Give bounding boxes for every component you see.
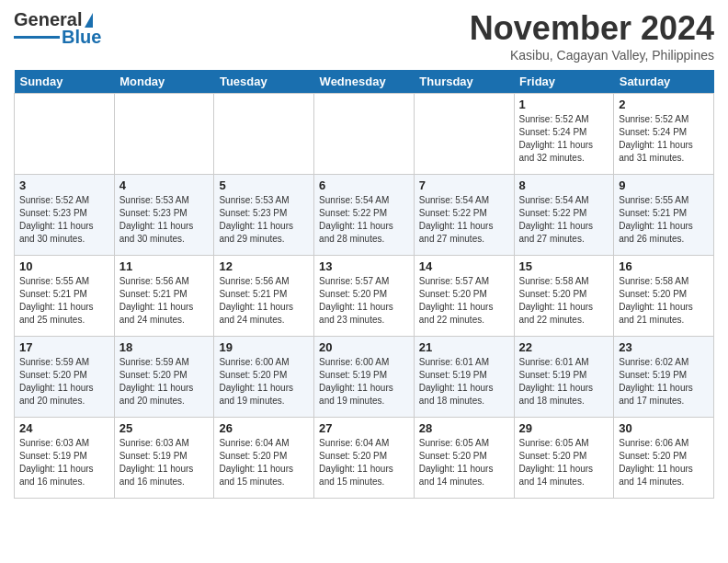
day-cell: 5Sunrise: 5:53 AM Sunset: 5:23 PM Daylig…: [214, 175, 314, 256]
weekday-header-monday: Monday: [114, 70, 214, 94]
logo-underline: [14, 36, 60, 39]
day-number: 1: [519, 98, 609, 111]
day-info: Sunrise: 5:53 AM Sunset: 5:23 PM Dayligh…: [119, 194, 210, 246]
day-info: Sunrise: 6:01 AM Sunset: 5:19 PM Dayligh…: [519, 356, 609, 408]
day-cell: 4Sunrise: 5:53 AM Sunset: 5:23 PM Daylig…: [114, 175, 214, 256]
week-row-2: 3Sunrise: 5:52 AM Sunset: 5:23 PM Daylig…: [15, 175, 714, 256]
day-cell: 13Sunrise: 5:57 AM Sunset: 5:20 PM Dayli…: [314, 256, 415, 337]
weekday-header-thursday: Thursday: [414, 70, 514, 94]
day-cell: 27Sunrise: 6:04 AM Sunset: 5:20 PM Dayli…: [314, 418, 415, 499]
day-number: 19: [219, 340, 309, 354]
day-info: Sunrise: 6:00 AM Sunset: 5:19 PM Dayligh…: [319, 356, 409, 408]
day-number: 11: [119, 259, 210, 273]
day-cell: [314, 94, 415, 175]
day-cell: 9Sunrise: 5:55 AM Sunset: 5:21 PM Daylig…: [614, 175, 714, 256]
day-cell: 21Sunrise: 6:01 AM Sunset: 5:19 PM Dayli…: [414, 337, 514, 418]
day-cell: 15Sunrise: 5:58 AM Sunset: 5:20 PM Dayli…: [514, 256, 614, 337]
weekday-header-sunday: Sunday: [15, 70, 115, 94]
weekday-header-row: SundayMondayTuesdayWednesdayThursdayFrid…: [15, 70, 714, 94]
day-info: Sunrise: 5:52 AM Sunset: 5:24 PM Dayligh…: [619, 113, 709, 165]
calendar-table: SundayMondayTuesdayWednesdayThursdayFrid…: [14, 70, 714, 499]
day-info: Sunrise: 6:02 AM Sunset: 5:19 PM Dayligh…: [619, 356, 709, 408]
day-number: 7: [419, 178, 509, 192]
day-number: 28: [419, 421, 509, 435]
day-info: Sunrise: 6:05 AM Sunset: 5:20 PM Dayligh…: [519, 437, 609, 488]
day-number: 30: [619, 421, 709, 435]
day-info: Sunrise: 6:01 AM Sunset: 5:19 PM Dayligh…: [419, 356, 509, 408]
day-info: Sunrise: 5:55 AM Sunset: 5:21 PM Dayligh…: [19, 275, 109, 327]
day-number: 4: [119, 178, 210, 192]
title-block: November 2024 Kasibu, Cagayan Valley, Ph…: [470, 9, 714, 63]
day-info: Sunrise: 5:59 AM Sunset: 5:20 PM Dayligh…: [19, 356, 109, 408]
day-cell: 1Sunrise: 5:52 AM Sunset: 5:24 PM Daylig…: [514, 94, 614, 175]
day-cell: 18Sunrise: 5:59 AM Sunset: 5:20 PM Dayli…: [114, 337, 214, 418]
day-number: 13: [319, 259, 409, 273]
day-number: 23: [619, 340, 709, 354]
weekday-header-friday: Friday: [514, 70, 614, 94]
day-number: 17: [19, 340, 109, 354]
day-info: Sunrise: 5:55 AM Sunset: 5:21 PM Dayligh…: [619, 194, 709, 246]
day-number: 8: [519, 178, 609, 192]
day-cell: 23Sunrise: 6:02 AM Sunset: 5:19 PM Dayli…: [614, 337, 714, 418]
day-cell: 8Sunrise: 5:54 AM Sunset: 5:22 PM Daylig…: [514, 175, 614, 256]
day-cell: 28Sunrise: 6:05 AM Sunset: 5:20 PM Dayli…: [414, 418, 514, 499]
location: Kasibu, Cagayan Valley, Philippines: [470, 48, 714, 63]
day-number: 14: [419, 259, 509, 273]
day-cell: 30Sunrise: 6:06 AM Sunset: 5:20 PM Dayli…: [614, 418, 714, 499]
day-cell: 7Sunrise: 5:54 AM Sunset: 5:22 PM Daylig…: [414, 175, 514, 256]
month-title: November 2024: [470, 9, 714, 48]
day-info: Sunrise: 5:57 AM Sunset: 5:20 PM Dayligh…: [319, 275, 409, 327]
day-number: 25: [119, 421, 210, 435]
day-cell: [414, 94, 514, 175]
day-number: 18: [119, 340, 210, 354]
day-info: Sunrise: 6:06 AM Sunset: 5:20 PM Dayligh…: [619, 437, 709, 488]
page-header: General Blue November 2024 Kasibu, Cagay…: [14, 9, 714, 63]
day-number: 20: [319, 340, 409, 354]
weekday-header-saturday: Saturday: [614, 70, 714, 94]
day-info: Sunrise: 5:58 AM Sunset: 5:20 PM Dayligh…: [619, 275, 709, 327]
day-info: Sunrise: 5:52 AM Sunset: 5:23 PM Dayligh…: [19, 194, 109, 246]
day-cell: [15, 94, 115, 175]
day-cell: 20Sunrise: 6:00 AM Sunset: 5:19 PM Dayli…: [314, 337, 415, 418]
day-info: Sunrise: 6:05 AM Sunset: 5:20 PM Dayligh…: [419, 437, 509, 488]
day-cell: 25Sunrise: 6:03 AM Sunset: 5:19 PM Dayli…: [114, 418, 214, 499]
day-info: Sunrise: 6:04 AM Sunset: 5:20 PM Dayligh…: [219, 437, 309, 488]
day-info: Sunrise: 5:54 AM Sunset: 5:22 PM Dayligh…: [419, 194, 509, 246]
week-row-1: 1Sunrise: 5:52 AM Sunset: 5:24 PM Daylig…: [15, 94, 714, 175]
day-number: 9: [619, 178, 709, 192]
day-number: 24: [19, 421, 109, 435]
day-info: Sunrise: 5:53 AM Sunset: 5:23 PM Dayligh…: [219, 194, 309, 246]
day-number: 15: [519, 259, 609, 273]
day-cell: 3Sunrise: 5:52 AM Sunset: 5:23 PM Daylig…: [15, 175, 115, 256]
day-number: 2: [619, 98, 709, 111]
day-cell: 29Sunrise: 6:05 AM Sunset: 5:20 PM Dayli…: [514, 418, 614, 499]
day-cell: 16Sunrise: 5:58 AM Sunset: 5:20 PM Dayli…: [614, 256, 714, 337]
day-number: 6: [319, 178, 409, 192]
day-cell: 26Sunrise: 6:04 AM Sunset: 5:20 PM Dayli…: [214, 418, 314, 499]
day-cell: 19Sunrise: 6:00 AM Sunset: 5:20 PM Dayli…: [214, 337, 314, 418]
day-info: Sunrise: 6:04 AM Sunset: 5:20 PM Dayligh…: [319, 437, 409, 488]
day-number: 27: [319, 421, 409, 435]
weekday-header-wednesday: Wednesday: [314, 70, 415, 94]
day-number: 10: [19, 259, 109, 273]
day-cell: 14Sunrise: 5:57 AM Sunset: 5:20 PM Dayli…: [414, 256, 514, 337]
day-cell: 2Sunrise: 5:52 AM Sunset: 5:24 PM Daylig…: [614, 94, 714, 175]
day-number: 26: [219, 421, 309, 435]
day-number: 29: [519, 421, 609, 435]
day-cell: 6Sunrise: 5:54 AM Sunset: 5:22 PM Daylig…: [314, 175, 415, 256]
day-info: Sunrise: 5:54 AM Sunset: 5:22 PM Dayligh…: [519, 194, 609, 246]
day-info: Sunrise: 5:56 AM Sunset: 5:21 PM Dayligh…: [119, 275, 210, 327]
day-cell: 10Sunrise: 5:55 AM Sunset: 5:21 PM Dayli…: [15, 256, 115, 337]
day-info: Sunrise: 6:03 AM Sunset: 5:19 PM Dayligh…: [119, 437, 210, 488]
day-info: Sunrise: 5:56 AM Sunset: 5:21 PM Dayligh…: [219, 275, 309, 327]
day-number: 3: [19, 178, 109, 192]
day-number: 22: [519, 340, 609, 354]
week-row-5: 24Sunrise: 6:03 AM Sunset: 5:19 PM Dayli…: [15, 418, 714, 499]
day-cell: [114, 94, 214, 175]
day-info: Sunrise: 6:03 AM Sunset: 5:19 PM Dayligh…: [19, 437, 109, 488]
day-number: 16: [619, 259, 709, 273]
day-number: 21: [419, 340, 509, 354]
day-info: Sunrise: 5:57 AM Sunset: 5:20 PM Dayligh…: [419, 275, 509, 327]
logo-triangle-icon: [85, 13, 93, 28]
day-info: Sunrise: 6:00 AM Sunset: 5:20 PM Dayligh…: [219, 356, 309, 408]
